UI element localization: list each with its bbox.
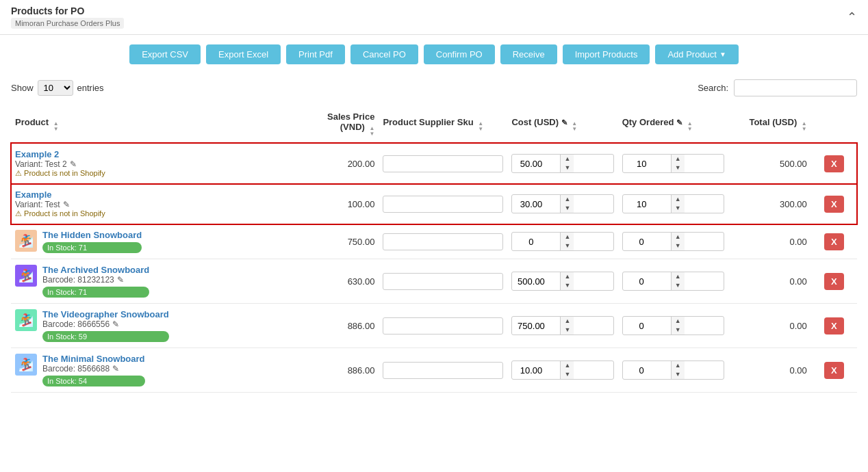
page-title: Products for PO xyxy=(11,5,124,16)
cost-decrement[interactable]: ▼ xyxy=(561,281,574,290)
product-cell: 🏂The Archived SnowboardBarcode: 81232123… xyxy=(11,259,287,304)
cost-decrement[interactable]: ▼ xyxy=(561,204,574,213)
cancel-po-button[interactable]: Cancel PO xyxy=(350,44,418,64)
qty-decrement[interactable]: ▼ xyxy=(672,241,685,250)
cost-decrement[interactable]: ▼ xyxy=(561,326,574,335)
edit-icon[interactable]: ✎ xyxy=(112,364,119,373)
product-link[interactable]: Example 2 xyxy=(15,149,105,159)
remove-button[interactable]: X xyxy=(824,196,844,213)
search-input[interactable] xyxy=(734,79,857,96)
action-cell: X xyxy=(811,348,857,393)
collapse-button[interactable]: ⌃ xyxy=(847,10,857,25)
sku-input[interactable] xyxy=(383,196,503,213)
sku-input[interactable] xyxy=(383,233,503,250)
total-cell: 500.00 xyxy=(728,143,811,184)
sku-cell xyxy=(379,224,507,259)
qty-input[interactable] xyxy=(623,196,671,212)
barcode-text: Barcode: 81232123 ✎ xyxy=(42,275,149,285)
add-product-button[interactable]: Add Product ▼ xyxy=(655,44,738,64)
product-link[interactable]: The Minimal Snowboard xyxy=(42,354,145,364)
cost-increment[interactable]: ▲ xyxy=(561,155,574,163)
cost-input[interactable] xyxy=(512,363,560,378)
product-image: 🏂 xyxy=(15,354,37,376)
app-header: Products for PO Mimoran Purchase Orders … xyxy=(0,0,868,35)
product-link[interactable]: The Archived Snowboard xyxy=(42,265,149,275)
table-row: 🏂The Videographer SnowboardBarcode: 8666… xyxy=(11,304,857,348)
sort-sales-icon[interactable]: ▲▼ xyxy=(369,126,374,137)
cost-cell: ▲ ▼ xyxy=(507,304,617,348)
cost-increment[interactable]: ▲ xyxy=(561,361,574,370)
sku-input[interactable] xyxy=(383,273,503,290)
edit-icon[interactable]: ✎ xyxy=(63,200,70,209)
sku-input[interactable] xyxy=(383,155,503,172)
warning-text: ⚠ Product is not in Shopify xyxy=(15,209,105,218)
stock-badge: In Stock: 71 xyxy=(42,287,149,298)
qty-input[interactable] xyxy=(623,234,671,250)
edit-icon[interactable]: ✎ xyxy=(117,275,124,285)
cost-decrement[interactable]: ▼ xyxy=(561,163,574,172)
cost-decrement[interactable]: ▼ xyxy=(561,241,574,250)
confirm-po-button[interactable]: Confirm PO xyxy=(424,44,495,64)
qty-input[interactable] xyxy=(623,274,671,289)
qty-increment[interactable]: ▲ xyxy=(672,195,685,204)
export-excel-button[interactable]: Export Excel xyxy=(206,44,281,64)
print-pdf-button[interactable]: Print Pdf xyxy=(286,44,345,64)
col-sales-price: Sales Price(VND) ▲▼ xyxy=(287,106,379,143)
edit-icon[interactable]: ✎ xyxy=(112,319,119,329)
product-link[interactable]: Example xyxy=(15,189,105,200)
total-cell: 0.00 xyxy=(728,304,811,348)
sort-qty-icon[interactable]: ▲▼ xyxy=(687,121,693,132)
qty-decrement[interactable]: ▼ xyxy=(672,326,685,335)
qty-increment[interactable]: ▲ xyxy=(672,317,685,326)
import-products-button[interactable]: Import Products xyxy=(563,44,650,64)
product-link[interactable]: The Hidden Snowboard xyxy=(42,230,142,240)
qty-input[interactable] xyxy=(623,318,671,334)
cost-cell: ▲ ▼ xyxy=(507,184,617,224)
qty-decrement[interactable]: ▼ xyxy=(672,370,685,379)
cost-increment[interactable]: ▲ xyxy=(561,272,574,281)
receive-button[interactable]: Receive xyxy=(500,44,557,64)
remove-button[interactable]: X xyxy=(824,155,844,172)
export-csv-button[interactable]: Export CSV xyxy=(129,44,201,64)
cost-increment[interactable]: ▲ xyxy=(561,195,574,204)
col-sku: Product Supplier Sku ▲▼ xyxy=(379,106,507,143)
entries-label: entries xyxy=(77,83,104,93)
cost-increment[interactable]: ▲ xyxy=(561,233,574,241)
edit-icon[interactable]: ✎ xyxy=(70,159,77,169)
product-link[interactable]: The Videographer Snowboard xyxy=(42,309,169,319)
sort-sku-icon[interactable]: ▲▼ xyxy=(478,121,483,132)
qty-cell: ▲ ▼ xyxy=(618,304,728,348)
qty-decrement[interactable]: ▼ xyxy=(672,204,685,213)
qty-increment[interactable]: ▲ xyxy=(672,361,685,370)
remove-button[interactable]: X xyxy=(824,362,844,379)
table-row: Example 2Variant: Test 2 ✎⚠ Product is n… xyxy=(11,143,857,184)
qty-increment[interactable]: ▲ xyxy=(672,233,685,241)
cost-input[interactable] xyxy=(512,318,560,334)
cost-decrement[interactable]: ▼ xyxy=(561,370,574,379)
controls-row: Show 10 25 50 100 entries Search: xyxy=(0,74,868,102)
sku-input[interactable] xyxy=(383,362,503,379)
sort-cost-icon[interactable]: ▲▼ xyxy=(572,121,577,132)
stock-badge: In Stock: 59 xyxy=(42,331,169,342)
remove-button[interactable]: X xyxy=(824,317,844,335)
product-image: 🏂 xyxy=(15,309,37,331)
sort-product-icon[interactable]: ▲▼ xyxy=(53,121,59,132)
cost-input[interactable] xyxy=(512,196,560,212)
qty-input[interactable] xyxy=(623,363,671,378)
qty-decrement[interactable]: ▼ xyxy=(672,163,685,172)
cost-input[interactable] xyxy=(512,156,560,172)
qty-decrement[interactable]: ▼ xyxy=(672,281,685,290)
action-cell: X xyxy=(811,259,857,304)
cost-input[interactable] xyxy=(512,274,560,289)
remove-button[interactable]: X xyxy=(824,233,844,250)
qty-input[interactable] xyxy=(623,156,671,172)
entries-select[interactable]: 10 25 50 100 xyxy=(38,80,73,96)
cost-increment[interactable]: ▲ xyxy=(561,317,574,326)
qty-spinner: ▲ ▼ xyxy=(671,317,685,335)
qty-increment[interactable]: ▲ xyxy=(672,272,685,281)
sort-total-icon[interactable]: ▲▼ xyxy=(802,121,807,132)
cost-input[interactable] xyxy=(512,234,560,250)
sku-input[interactable] xyxy=(383,317,503,335)
qty-increment[interactable]: ▲ xyxy=(672,155,685,163)
remove-button[interactable]: X xyxy=(824,273,844,290)
